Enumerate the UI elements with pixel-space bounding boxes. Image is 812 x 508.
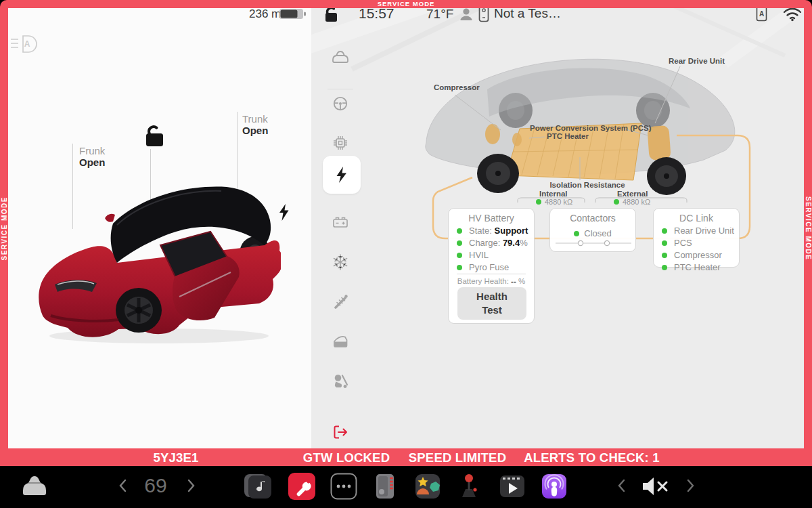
service-mode-right-banner: SERVICE MODE: [804, 8, 812, 448]
isolation-resistance-title: Isolation Resistance: [548, 181, 627, 189]
sidebar-item-exit-service-icon[interactable]: [331, 423, 350, 442]
toybox-app-icon[interactable]: [414, 473, 441, 500]
auto-headlight-icon: A: [9, 31, 43, 57]
volume-down-chevron[interactable]: [614, 477, 629, 494]
dc-pcs-dot: [662, 240, 667, 246]
dc-link-title: DC Link: [654, 213, 739, 224]
cabin-temp-readout[interactable]: 69: [135, 474, 176, 497]
dc-rdu-dot: [662, 228, 667, 234]
service-mode-left-banner: SERVICE MODE: [0, 8, 8, 448]
sidebar-item-vehicle-icon[interactable]: [331, 47, 350, 66]
unlocked-padlock-icon[interactable]: [141, 125, 168, 149]
service-sidebar: [311, 27, 369, 448]
dc-link-row: PTC Heater: [654, 261, 739, 274]
hv-battery-panel: HV Battery State: Support Charge: 79.4% …: [448, 208, 535, 324]
frunk-status[interactable]: Frunk Open: [79, 145, 105, 168]
range-readout: 236 mi: [249, 7, 284, 21]
frunk-state: Open: [79, 156, 105, 168]
trunk-callout-line: [237, 112, 238, 191]
contactors-status-dot: [574, 231, 579, 236]
media-app-icon[interactable]: [243, 473, 273, 500]
battery-health-row: Battery Health: -- %: [449, 277, 534, 285]
sidebar-divider: [328, 89, 353, 89]
sidebar-item-high-voltage-selected[interactable]: [323, 156, 361, 194]
trunk-status[interactable]: Trunk Open: [242, 113, 268, 136]
charge-status-dot: [457, 240, 462, 246]
temp-down-chevron[interactable]: [116, 477, 131, 494]
contactors-panel: Contactors Closed: [549, 208, 636, 252]
sidebar-item-low-voltage-icon[interactable]: [331, 213, 350, 232]
health-test-button[interactable]: Health Test: [457, 287, 526, 320]
unlocked-icon[interactable]: [323, 6, 340, 22]
sidebar-item-suspension-icon[interactable]: [331, 292, 350, 311]
hv-state-row: State: Support: [449, 225, 534, 237]
high-voltage-bolt-icon: [332, 165, 351, 184]
speed-limited-status: SPEED LIMITED: [403, 450, 512, 465]
isolation-external-label: External: [617, 190, 648, 198]
hv-hvil-row: HVIL: [449, 249, 534, 261]
trunk-state: Open: [242, 125, 268, 136]
volume-muted-icon[interactable]: [639, 473, 671, 500]
temp-up-chevron[interactable]: [183, 477, 198, 494]
vehicle-render: [37, 183, 281, 345]
taskbar: 69: [0, 466, 812, 508]
wifi-icon[interactable]: [782, 6, 803, 22]
dc-link-row: Rear Drive Unit: [654, 225, 739, 237]
isolation-internal-value: 4880 kΩ: [545, 198, 572, 206]
service-mode-top-banner: SERVICE MODE: [0, 0, 812, 8]
frunk-label: Frunk: [79, 145, 105, 156]
volume-up-chevron[interactable]: [683, 477, 698, 494]
trunk-label: Trunk: [242, 113, 268, 125]
sidebar-item-restraints-icon[interactable]: [331, 372, 350, 391]
ptc-heater-label: PTC Heater: [547, 132, 589, 140]
service-alert-bar: 5YJ3E1 GTW LOCKED SPEED LIMITED ALERTS T…: [0, 448, 812, 466]
contactors-title: Contactors: [550, 213, 635, 224]
hv-panel-divider: [457, 274, 526, 274]
isolation-internal-label: Internal: [539, 190, 568, 198]
service-app-icon[interactable]: [288, 473, 315, 500]
dc-link-row: PCS: [654, 237, 739, 249]
gtw-locked-status: GTW LOCKED: [292, 450, 401, 465]
dc-ptc-dot: [662, 265, 667, 270]
sidebar-item-thermal-icon[interactable]: [331, 253, 350, 272]
external-status-dot: [614, 199, 619, 205]
contactor-schematic: [550, 238, 637, 248]
hv-pyro-row: Pyro Fuse: [449, 261, 534, 274]
dc-link-row: Compressor: [654, 249, 739, 261]
sidebar-item-compute-icon[interactable]: [331, 133, 350, 152]
hv-battery-title: HV Battery: [449, 213, 534, 224]
boombox-app-icon[interactable]: [374, 473, 397, 500]
more-apps-icon[interactable]: [330, 473, 357, 500]
sidebar-item-closures-icon[interactable]: [331, 332, 350, 351]
outside-temperature[interactable]: 71°F: [426, 7, 453, 22]
svg-text:A: A: [24, 39, 30, 49]
sidebar-item-steering-icon[interactable]: [331, 94, 350, 113]
isolation-external-value: 4880 kΩ: [623, 198, 650, 206]
state-status-dot: [457, 228, 462, 234]
bluetooth-device-name[interactable]: Not a Tes…: [494, 6, 561, 21]
profile-icon[interactable]: [459, 7, 474, 22]
internal-status-dot: [536, 199, 541, 205]
hv-charge-row: Charge: 79.4%: [449, 237, 534, 249]
arcade-app-icon[interactable]: [457, 473, 481, 500]
pyro-status-dot: [457, 265, 462, 270]
charge-port-bolt-icon[interactable]: [279, 204, 291, 221]
service-mode-screen: SERVICE MODE SERVICE MODE SERVICE MODE 2…: [0, 0, 812, 508]
hvil-status-dot: [457, 253, 462, 258]
dc-link-panel: DC Link Rear Drive Unit PCS Compressor P…: [653, 208, 740, 268]
alerts-to-check[interactable]: ALERTS TO CHECK: 1: [522, 450, 661, 465]
pcs-label: Power Conversion System (PCS): [530, 124, 652, 132]
dc-compressor-dot: [662, 253, 667, 258]
rear-drive-unit-label: Rear Drive Unit: [669, 57, 725, 65]
svg-text:A: A: [759, 10, 764, 18]
podcasts-app-icon[interactable]: [541, 473, 568, 500]
vehicle-controls-icon[interactable]: [19, 473, 50, 500]
theater-app-icon[interactable]: [499, 473, 526, 500]
contactors-status-row: Closed: [550, 228, 635, 238]
vin-short: 5YJ3E1: [132, 450, 220, 465]
compressor-label: Compressor: [434, 83, 480, 91]
battery-icon: [279, 9, 307, 20]
